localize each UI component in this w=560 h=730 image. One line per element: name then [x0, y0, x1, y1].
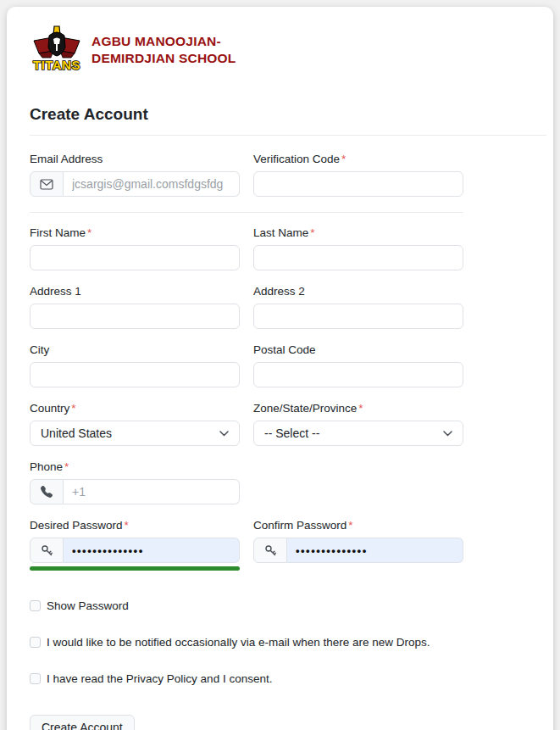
- first-name-label: First Name*: [30, 226, 240, 239]
- envelope-icon: [30, 171, 64, 197]
- country-select[interactable]: United States: [30, 421, 240, 446]
- postal-code-input[interactable]: [253, 362, 463, 387]
- required-asterisk: *: [125, 519, 129, 532]
- heading-divider: [30, 135, 546, 136]
- chevron-down-icon: [443, 431, 452, 437]
- email-label: Email Address: [30, 153, 240, 165]
- last-name-input[interactable]: [253, 245, 463, 270]
- postal-code-label: Postal Code: [253, 343, 463, 356]
- school-name-line2: DEMIRDJIAN SCHOOL: [91, 50, 236, 67]
- phone-icon: [30, 479, 64, 504]
- show-password-checkbox[interactable]: [30, 600, 41, 611]
- notify-row: I would like to be notified occasionally…: [30, 636, 536, 649]
- show-password-label: Show Password: [47, 599, 129, 612]
- country-label: Country*: [30, 402, 240, 415]
- create-account-form: Email Address Verification Code* First N…: [30, 153, 463, 571]
- show-password-row: Show Password: [30, 599, 536, 612]
- city-input[interactable]: [30, 362, 240, 387]
- required-asterisk: *: [87, 226, 91, 239]
- school-name-line1: AGBU MANOOJIAN-: [91, 33, 236, 50]
- create-account-button[interactable]: Create Account: [30, 715, 135, 730]
- notify-checkbox[interactable]: [30, 637, 41, 648]
- phone-label: Phone*: [30, 460, 240, 473]
- desired-password-input[interactable]: [64, 538, 240, 563]
- required-asterisk: *: [358, 402, 363, 415]
- last-name-label: Last Name*: [253, 226, 463, 239]
- country-selected-value: United States: [41, 426, 112, 440]
- first-name-input[interactable]: [30, 245, 240, 270]
- required-asterisk: *: [341, 153, 346, 165]
- privacy-checkbox[interactable]: [30, 673, 41, 684]
- confirm-password-input[interactable]: [287, 538, 463, 563]
- privacy-row: I have read the Privacy Policy and I con…: [30, 672, 536, 685]
- confirm-password-label: Confirm Password*: [253, 519, 463, 532]
- titans-wordmark: TITANS: [33, 58, 80, 72]
- required-asterisk: *: [64, 460, 69, 473]
- required-asterisk: *: [348, 519, 352, 532]
- section-divider: [30, 212, 463, 213]
- address1-label: Address 1: [30, 285, 240, 298]
- password-strength-bar: [30, 566, 240, 571]
- verification-code-label: Verification Code*: [253, 153, 463, 165]
- email-input[interactable]: [64, 171, 240, 197]
- school-logo: TITANS AGBU MANOOJIAN- DEMIRDJIAN SCHOOL: [30, 25, 536, 75]
- page-title: Create Account: [30, 105, 536, 124]
- address1-input[interactable]: [30, 304, 240, 329]
- create-account-card: TITANS AGBU MANOOJIAN- DEMIRDJIAN SCHOOL…: [7, 7, 553, 730]
- address2-input[interactable]: [253, 304, 463, 329]
- zone-label: Zone/State/Province*: [253, 402, 463, 415]
- key-icon: [30, 538, 64, 563]
- verification-code-input[interactable]: [253, 171, 463, 197]
- key-icon: [253, 538, 287, 563]
- titans-logo-icon: TITANS: [30, 25, 83, 75]
- privacy-label: I have read the Privacy Policy and I con…: [47, 672, 272, 685]
- school-name: AGBU MANOOJIAN- DEMIRDJIAN SCHOOL: [91, 33, 236, 67]
- address2-label: Address 2: [253, 285, 463, 298]
- zone-selected-value: -- Select --: [264, 426, 319, 440]
- phone-input[interactable]: [64, 479, 240, 504]
- chevron-down-icon: [219, 431, 229, 437]
- desired-password-label: Desired Password*: [30, 519, 240, 532]
- required-asterisk: *: [71, 402, 75, 415]
- notify-label: I would like to be notified occasionally…: [47, 636, 430, 649]
- privacy-policy-link[interactable]: Privacy Policy: [126, 672, 197, 685]
- city-label: City: [30, 343, 240, 356]
- zone-select[interactable]: -- Select --: [253, 421, 463, 446]
- required-asterisk: *: [310, 226, 314, 239]
